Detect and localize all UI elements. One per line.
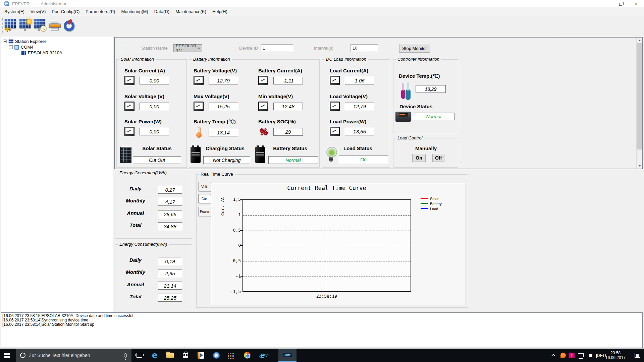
load-off-button[interactable]: Off — [432, 154, 444, 162]
tray-clock[interactable]: 23:58 16.06.2017 — [605, 349, 626, 362]
microphone-icon[interactable] — [124, 353, 127, 358]
tab-power[interactable]: Power — [198, 207, 211, 216]
log-line: [16.06.2017 23:58:15]EPSOLAR 3210A: Devi… — [2, 314, 641, 318]
total-label: Total — [120, 222, 151, 228]
menu-system[interactable]: System(F) — [1, 8, 28, 15]
menu-help[interactable]: Help(H) — [209, 8, 230, 15]
monthly-label: Monthly — [120, 198, 151, 203]
tray-expand-button[interactable] — [549, 349, 558, 362]
load-on-button[interactable]: On — [412, 154, 426, 162]
taskbar-app-media-player[interactable] — [193, 349, 209, 362]
clock-icon — [40, 25, 47, 32]
tab-cur[interactable]: Cur. — [198, 194, 211, 203]
load-voltage-value: 12,79 — [345, 103, 374, 110]
epever-monitor-window: EPEVER —— Administrator × System(F) View… — [0, 0, 644, 362]
log-line: [16.06.2017 23:58:14]Solar Station Monit… — [2, 322, 641, 327]
dashboard-scrollbar[interactable] — [636, 38, 642, 169]
battery-voltage-value: 12,79 — [209, 77, 238, 84]
taskbar-app-epever-active[interactable] — [278, 349, 297, 362]
menu-data[interactable]: Data(D) — [151, 8, 173, 15]
battery-information-group: Battery Information Battery Voltage(V) 1… — [189, 59, 320, 168]
legend-item-solar: Solar — [421, 197, 442, 200]
menu-maintenance[interactable]: Maintenance(K) — [172, 8, 209, 15]
tray-telekom[interactable]: T — [568, 349, 576, 362]
start-button[interactable] — [0, 349, 16, 362]
stop-monitor-button[interactable]: Stop Monitor — [399, 44, 430, 53]
language-indicator: DEU — [597, 353, 606, 358]
thermometer-icon — [194, 127, 204, 138]
solar-panel-status-icon — [120, 147, 131, 163]
taskbar-app-edge[interactable]: e — [147, 349, 162, 362]
print-button[interactable] — [48, 19, 62, 34]
internet-explorer-icon: e — [260, 351, 265, 359]
volume-icon — [589, 354, 591, 357]
monitor-dashboard: Station Name EPSOLAR 321 Device ID Inter… — [114, 37, 643, 169]
station-settings-button[interactable] — [19, 19, 33, 34]
action-center-icon — [635, 353, 640, 358]
scrollbar-thumb[interactable] — [637, 43, 642, 149]
add-station-button[interactable]: + — [4, 19, 18, 34]
group-title: Real Time Curve — [199, 172, 235, 177]
battery-temp-label: Battery Temp.(℃) — [194, 119, 238, 125]
menu-monitoring[interactable]: Monitoring(M) — [118, 8, 151, 15]
collapse-icon[interactable] — [3, 40, 7, 43]
tray-time: 23:58 — [610, 351, 621, 355]
energy-generated-group: Energy Generated(kWh) Daily 0,27 Monthly… — [115, 173, 192, 239]
tree-node-station-explorer[interactable]: Station Explorer — [3, 39, 46, 44]
minimize-button[interactable] — [598, 0, 613, 7]
annual-label: Annual — [120, 210, 151, 216]
scroll-up-icon[interactable] — [637, 38, 642, 43]
daily-consumed-value: 0,19 — [158, 257, 182, 265]
tray-volume[interactable] — [585, 349, 595, 362]
chevron-down-icon — [198, 48, 200, 49]
taskbar-app-chrome[interactable] — [239, 349, 255, 362]
tray-network[interactable] — [576, 349, 585, 362]
epever-logo-icon — [4, 1, 9, 6]
menu-view[interactable]: View(V) — [28, 8, 49, 15]
tab-volt[interactable]: Volt. — [198, 182, 211, 191]
taskbar-app-file-explorer[interactable] — [162, 349, 178, 362]
tree-node-epsolar-3210a[interactable]: EPSOLAR 3210A — [21, 50, 62, 56]
station-explorer-panel: Station Explorer COM4 EPSOLAR 3210A — [1, 37, 113, 312]
edge-icon: e — [152, 351, 157, 359]
taskbar-app-store[interactable] — [178, 349, 193, 362]
taskbar-app-dvd-player[interactable] — [209, 349, 224, 362]
solar-power-label: Solar Power(W) — [124, 119, 169, 124]
taskbar-app-grid[interactable] — [224, 349, 239, 362]
menu-parameters[interactable]: Parameters (P) — [83, 8, 118, 15]
restore-button[interactable] — [613, 0, 629, 7]
battery-current-label: Battery Current(A) — [258, 68, 303, 73]
collapse-icon[interactable] — [9, 45, 13, 49]
taskbar-search[interactable] — [16, 349, 131, 362]
min-voltage-value: 12,48 — [273, 103, 303, 110]
load-status-label: Load Status — [339, 145, 376, 151]
solar-voltage-value: 0,00 — [140, 103, 169, 110]
scroll-down-icon[interactable] — [637, 163, 642, 169]
daily-generated-value: 0,27 — [158, 186, 182, 194]
max-voltage-value: 15,25 — [209, 103, 238, 110]
solar-current-value: 0,00 — [140, 77, 169, 84]
solar-current-label: Solar Current (A) — [124, 68, 169, 73]
tray-avast[interactable] — [559, 349, 568, 362]
task-view-button[interactable] — [131, 349, 147, 362]
taskbar-app-internet-explorer[interactable]: e — [255, 349, 270, 362]
station-time-button[interactable] — [34, 19, 48, 34]
interval-input[interactable] — [351, 44, 378, 52]
tree-node-com4[interactable]: COM4 — [9, 44, 34, 50]
load-power-label: Load Power(W) — [330, 119, 374, 124]
search-input[interactable] — [29, 353, 119, 358]
gauge-icon — [124, 76, 135, 85]
minimize-icon — [604, 4, 607, 4]
device-status-label: Device Status — [399, 104, 432, 109]
action-center-button[interactable] — [631, 349, 644, 362]
device-id-input[interactable] — [261, 44, 293, 52]
station-name-select[interactable]: EPSOLAR 321 — [173, 44, 202, 52]
menu-port-config[interactable]: Port Config(C) — [49, 8, 83, 15]
charging-status-label: Charging Status — [202, 145, 248, 151]
device-temp-value: 18,29 — [416, 85, 446, 93]
battery-soc-label: Battery SOC(%) — [258, 119, 303, 124]
load-current-label: Load Current(A) — [330, 68, 374, 73]
exit-button[interactable] — [62, 19, 76, 34]
close-button[interactable]: × — [629, 0, 644, 7]
solar-power-value: 0,00 — [140, 128, 169, 135]
